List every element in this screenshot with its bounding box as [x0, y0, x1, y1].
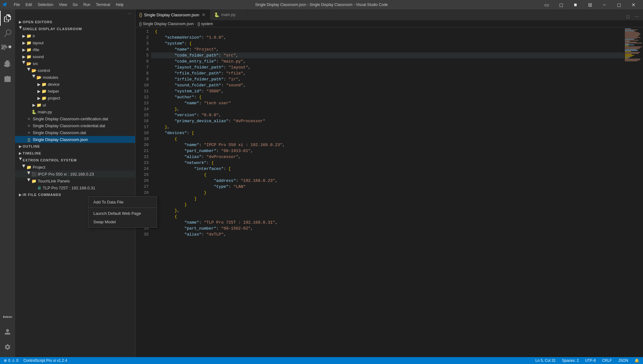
open-editors-chevron: ▶	[18, 19, 23, 24]
close-btn[interactable]: ✕	[626, 0, 640, 9]
activity-git[interactable]	[0, 41, 15, 56]
tree-item-modules[interactable]: ▶ 📂 modules	[15, 74, 135, 81]
ui-chevron: ▶	[31, 102, 36, 107]
error-icon: ⊗	[4, 358, 7, 363]
menu-go[interactable]: Go	[70, 2, 80, 8]
activity-settings[interactable]	[0, 340, 15, 355]
project-folder-icon: 📁	[41, 95, 47, 101]
tree-item-sound[interactable]: ▶ 📁 sound	[15, 53, 135, 60]
activity-bottom: Extron	[0, 309, 15, 357]
outline-header[interactable]: ▶ OUTLINE	[15, 143, 135, 150]
tree-item-layout[interactable]: ▶ 📁 layout	[15, 39, 135, 46]
extron-header[interactable]: ▶ EXTRON CONTROL SYSTEM	[15, 157, 135, 164]
tree-item-helper[interactable]: ▶ 📁 helper	[15, 88, 135, 95]
code-line-10: "sound_folder_path": "sound",	[151, 82, 624, 88]
timeline-header[interactable]: ▶ TIMELINE	[15, 150, 135, 157]
status-language[interactable]: JSON	[617, 358, 629, 363]
status-line-ending[interactable]: CRLF	[601, 358, 613, 363]
context-menu-swap-model[interactable]: Swap Model	[135, 218, 157, 226]
tab-json-close[interactable]: ✕	[201, 12, 206, 17]
editor-scroll[interactable]: { "schemaVersion": "1.0.0", "system": { …	[151, 27, 624, 357]
src-folder-icon: 📂	[26, 61, 31, 66]
touchlink-icon: 📁	[31, 178, 36, 183]
tlp-label: TLP Pro 725T : 192.168.0.31	[43, 186, 135, 190]
code-line-23: "network": {	[151, 160, 624, 166]
code-line-12: "author": {	[151, 94, 624, 100]
explorer-more-btn[interactable]: ⋯	[128, 12, 131, 16]
split-editor-btn[interactable]: ◻	[624, 13, 632, 20]
mainpy-icon: 🐍	[31, 109, 36, 114]
menu-edit[interactable]: Edit	[23, 2, 35, 8]
code-line-18: "devices": [	[151, 130, 624, 136]
tree-item-mainpy[interactable]: ▶ 🐍 main.py	[15, 108, 135, 115]
breadcrumb-file[interactable]: {} Single Display Classroom.json	[139, 22, 194, 26]
menu-selection[interactable]: Selection	[35, 2, 56, 8]
ir-folder-icon: 📁	[26, 33, 31, 38]
code-line-30: }	[151, 202, 624, 208]
modules-folder-icon: 📂	[36, 75, 41, 80]
editor-layout-btn[interactable]: ◽	[568, 0, 583, 9]
code-line-35: "alias": "dvTLP",	[151, 231, 624, 237]
sidebar-toggle-btn[interactable]: ▭	[539, 0, 554, 9]
activity-debug[interactable]	[0, 56, 15, 71]
menu-terminal[interactable]: Terminal	[93, 2, 113, 8]
context-menu-add-to-data-file[interactable]: Add To Data File	[135, 198, 157, 206]
status-spaces[interactable]: Spaces: 2	[561, 358, 580, 363]
panel-toggle-btn[interactable]: ◻	[554, 0, 568, 9]
tree-item-control[interactable]: ▶ 📂 control	[15, 67, 135, 74]
status-encoding[interactable]: UTF-8	[584, 358, 597, 363]
menu-view[interactable]: View	[56, 2, 69, 8]
menu-run[interactable]: Run	[81, 2, 93, 8]
tree-item-device[interactable]: ▶ 📁 device	[15, 81, 135, 88]
customize-layout-btn[interactable]: ⊞	[583, 0, 597, 9]
open-editors-header[interactable]: ▶ OPEN EDITORS	[15, 19, 135, 25]
credential-label: Single Display Classroom-credential.dat	[33, 123, 135, 128]
tree-item-project-folder[interactable]: ▶ 📁 project	[15, 95, 135, 101]
activity-extensions[interactable]	[0, 71, 15, 86]
tab-mainpy-label: main.py	[221, 12, 236, 17]
activity-search[interactable]	[0, 26, 15, 41]
minimize-btn[interactable]: –	[597, 0, 612, 9]
project-header[interactable]: ▶ SINGLE DISPLAY CLASSROOM	[15, 25, 135, 32]
code-line-24: "interfaces": [	[151, 166, 624, 172]
main-layout: Extron ⋯ ▶ OPEN EDITORS ▶ SINGLE DI	[0, 9, 643, 357]
activity-account[interactable]	[0, 324, 15, 340]
more-actions-btn[interactable]: ⋯	[633, 13, 640, 20]
activity-explorer[interactable]	[0, 11, 15, 26]
maximize-btn[interactable]: ◻	[612, 0, 626, 9]
status-position[interactable]: Ln 5, Col 31	[534, 358, 557, 363]
status-errors[interactable]: ⊗ 0 ⚠ 0	[3, 358, 19, 363]
menu-help[interactable]: Help	[113, 2, 126, 8]
tree-item-extron-project[interactable]: ▶ 📁 Project	[15, 164, 135, 171]
tree-item-credential[interactable]: ▶ ≡ Single Display Classroom-credential.…	[15, 122, 135, 129]
tab-mainpy[interactable]: 🐍 main.py	[210, 9, 248, 20]
context-menu-launch-web-page[interactable]: Launch Default Web Page	[135, 209, 157, 218]
activity-extron[interactable]: Extron	[0, 309, 15, 324]
tree-item-cert[interactable]: ▶ ≡ Single Display Classroom-certificati…	[15, 115, 135, 122]
project-folder-label: project	[48, 96, 135, 101]
code-line-25: {	[151, 172, 624, 178]
json-file-icon: {}	[26, 137, 31, 142]
rfile-chevron: ▶	[21, 47, 26, 52]
status-notifications[interactable]: 🔔	[633, 358, 640, 363]
tree-item-ir[interactable]: ▶ 📁 ir	[15, 32, 135, 39]
tree-item-ui[interactable]: ▶ 📁 ui	[15, 101, 135, 108]
menu-file[interactable]: File	[11, 2, 22, 8]
code-line-16: "primary_device_alias": "dvProcessor"	[151, 118, 624, 124]
code-line-17: },	[151, 124, 624, 130]
breadcrumb-system[interactable]: {} system	[197, 22, 213, 26]
tree-item-tlp[interactable]: ▶ 🖥 TLP Pro 725T : 192.168.0.31	[15, 184, 135, 191]
tree-item-src[interactable]: ▶ 📂 src	[15, 60, 135, 67]
sidebar-scroll[interactable]: ▶ OPEN EDITORS ▶ SINGLE DISPLAY CLASSROO…	[15, 19, 135, 357]
tab-json[interactable]: {} Single Display Classroom.json ✕	[135, 9, 210, 20]
tree-item-touchlink[interactable]: ▶ 📁 TouchLink Panels	[15, 177, 135, 184]
tree-item-dat[interactable]: ▶ ≡ Single Display Classroom.dat	[15, 129, 135, 136]
status-plugin[interactable]: ControlScript Pro xi v1.2.4	[22, 358, 68, 363]
tabs-bar: {} Single Display Classroom.json ✕ 🐍 mai…	[135, 9, 643, 20]
device-folder-icon: 📁	[41, 82, 47, 87]
tree-item-rfile[interactable]: ▶ 📁 rfile	[15, 46, 135, 53]
code-line-29: ]	[151, 196, 624, 202]
project-folder-chevron: ▶	[36, 95, 41, 101]
tree-item-ipcp[interactable]: ▶ ⬛ IPCP Pro 550 xi : 192.168.0.23	[15, 171, 135, 177]
tree-item-json[interactable]: ▶ {} Single Display Classroom.json	[15, 136, 135, 143]
